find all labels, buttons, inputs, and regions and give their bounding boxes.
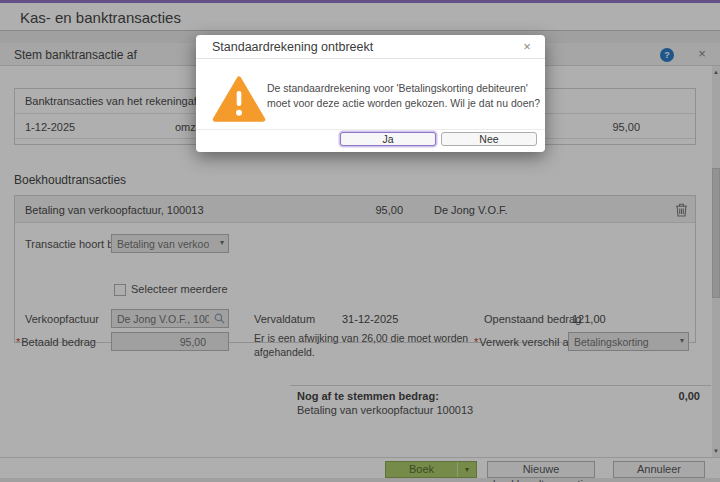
app-screen: Kas- en banktransacties Stem banktransac… — [0, 0, 720, 482]
dialog-titlebar: Standaardrekening ontbreekt × — [196, 35, 545, 59]
warning-icon — [212, 75, 266, 123]
ja-button[interactable]: Ja — [340, 132, 436, 146]
dialog-footer: Ja Nee — [196, 129, 545, 152]
dialog-title: Standaardrekening ontbreekt — [212, 40, 373, 54]
standaardrekening-dialog: Standaardrekening ontbreekt × De standaa… — [196, 35, 545, 152]
dialog-close-icon[interactable]: × — [519, 39, 535, 55]
nee-button[interactable]: Nee — [441, 132, 537, 146]
dialog-message: De standaardrekening voor 'Betalingskort… — [267, 81, 541, 110]
